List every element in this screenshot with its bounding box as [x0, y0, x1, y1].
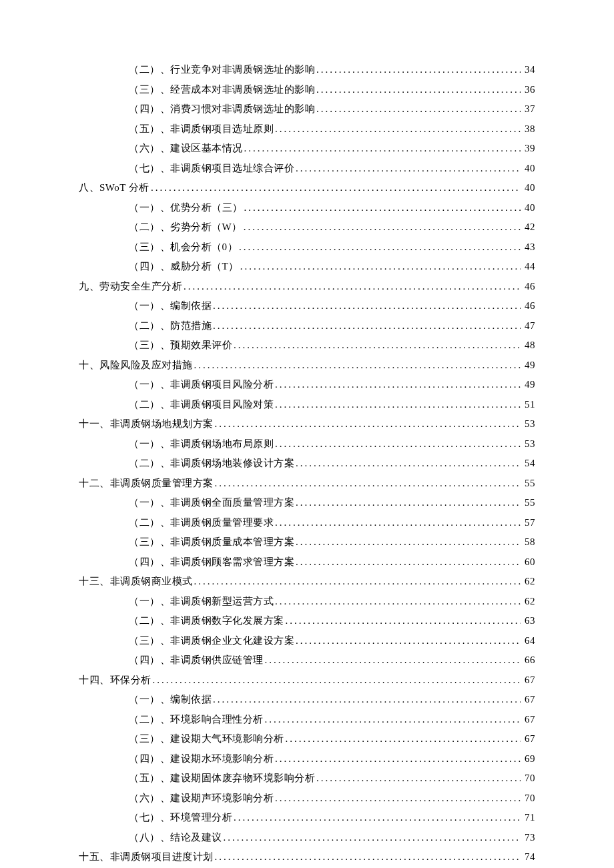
toc-entry[interactable]: 十三、非调质钢商业模式62 — [79, 575, 535, 587]
toc-entry-label: （一）、非调质钢项目风险分析 — [129, 378, 274, 390]
toc-leader-dots — [194, 575, 521, 587]
toc-entry[interactable]: 十五、非调质钢项目进度计划74 — [79, 851, 535, 863]
toc-entry-page: 49 — [522, 378, 535, 390]
toc-entry-label: 十四、环保分析 — [79, 674, 151, 686]
toc-entry-label: （一）、非调质钢全面质量管理方案 — [129, 496, 294, 508]
toc-entry-label: （一）、优势分析（三） — [129, 201, 243, 213]
toc-entry[interactable]: （七）、环境管理分析71 — [79, 811, 535, 823]
toc-entry-page: 40 — [522, 162, 535, 174]
toc-leader-dots — [296, 536, 521, 548]
toc-entry-label: 十二、非调质钢质量管理方案 — [79, 477, 214, 489]
toc-entry-page: 36 — [522, 83, 535, 95]
toc-entry-label: （三）、非调质钢企业文化建设方案 — [129, 634, 294, 646]
toc-entry[interactable]: 十一、非调质钢场地规划方案53 — [79, 418, 535, 430]
toc-entry[interactable]: （七）、非调质钢项目选址综合评价40 — [79, 162, 535, 174]
toc-entry-page: 40 — [522, 201, 535, 213]
toc-entry-label: （四）、威胁分析（T） — [129, 260, 239, 272]
toc-entry[interactable]: （一）、非调质钢新型运营方式62 — [79, 595, 535, 607]
toc-entry[interactable]: （四）、建设期水环境影响分析69 — [79, 753, 535, 765]
toc-entry[interactable]: （三）、预期效果评价48 — [79, 339, 535, 351]
toc-entry[interactable]: （二）、防范措施47 — [79, 320, 535, 332]
toc-entry-page: 46 — [522, 300, 535, 312]
toc-entry-page: 49 — [522, 359, 535, 371]
toc-entry-label: （二）、防范措施 — [129, 320, 212, 332]
toc-entry-label: 九、劳动安全生产分析 — [79, 280, 182, 292]
toc-entry[interactable]: 十四、环保分析67 — [79, 674, 535, 686]
toc-entry[interactable]: （三）、机会分析（0）43 — [79, 241, 535, 253]
toc-entry[interactable]: （二）、非调质钢场地装修设计方案54 — [79, 457, 535, 469]
toc-entry-label: 十三、非调质钢商业模式 — [79, 575, 193, 587]
toc-entry[interactable]: （一）、非调质钢场地布局原则53 — [79, 438, 535, 450]
toc-entry[interactable]: （二）、非调质钢数字化发展方案63 — [79, 614, 535, 626]
toc-entry-page: 48 — [522, 339, 535, 351]
toc-entry[interactable]: （一）、非调质钢项目风险分析49 — [79, 378, 535, 390]
toc-leader-dots — [275, 438, 521, 450]
toc-entry-page: 62 — [522, 595, 535, 607]
toc-entry-page: 67 — [522, 674, 535, 686]
toc-leader-dots — [275, 123, 521, 135]
toc-leader-dots — [286, 614, 521, 626]
toc-entry[interactable]: （五）、非调质钢项目选址原则38 — [79, 123, 535, 135]
toc-entry-page: 40 — [522, 181, 535, 193]
toc-leader-dots — [234, 811, 521, 823]
toc-entry[interactable]: （二）、行业竞争对非调质钢选址的影响34 — [79, 63, 535, 75]
toc-entry-page: 60 — [522, 556, 535, 568]
toc-entry-page: 53 — [522, 418, 535, 430]
toc-leader-dots — [240, 260, 521, 272]
toc-entry-page: 73 — [522, 831, 535, 843]
toc-entry-page: 71 — [522, 811, 535, 823]
toc-entry-label: 八、SWoT 分析 — [79, 181, 149, 193]
toc-entry[interactable]: 十、风险风险及应对措施49 — [79, 359, 535, 371]
toc-entry-label: （二）、非调质钢数字化发展方案 — [129, 614, 284, 626]
toc-entry-page: 67 — [522, 713, 535, 725]
toc-entry-page: 58 — [522, 536, 535, 548]
toc-entry-label: （一）、编制依据 — [129, 300, 212, 312]
toc-entry[interactable]: （四）、威胁分析（T）44 — [79, 260, 535, 272]
toc-entry[interactable]: （一）、优势分析（三）40 — [79, 201, 535, 213]
toc-entry-label: 十五、非调质钢项目进度计划 — [79, 851, 214, 863]
toc-entry[interactable]: （三）、非调质钢质量成本管理方案58 — [79, 536, 535, 548]
toc-entry-label: （八）、结论及建议 — [129, 831, 222, 843]
toc-leader-dots — [213, 300, 521, 312]
toc-entry[interactable]: （六）、建设期声环境影响分析70 — [79, 792, 535, 804]
toc-entry[interactable]: （三）、非调质钢企业文化建设方案64 — [79, 634, 535, 646]
toc-leader-dots — [244, 221, 521, 233]
toc-entry[interactable]: （一）、编制依据46 — [79, 300, 535, 312]
toc-leader-dots — [265, 654, 521, 666]
toc-entry[interactable]: （四）、非调质钢供应链管理66 — [79, 654, 535, 666]
toc-entry[interactable]: （一）、编制依据67 — [79, 693, 535, 705]
toc-entry[interactable]: （四）、消费习惯对非调质钢选址的影响37 — [79, 103, 535, 115]
toc-entry-page: 39 — [522, 142, 535, 154]
toc-entry[interactable]: （八）、结论及建议73 — [79, 831, 535, 843]
toc-entry-label: （二）、行业竞争对非调质钢选址的影响 — [129, 63, 315, 75]
toc-entry[interactable]: （一）、非调质钢全面质量管理方案55 — [79, 496, 535, 508]
toc-entry-label: （一）、非调质钢新型运营方式 — [129, 595, 274, 607]
toc-leader-dots — [244, 201, 521, 213]
toc-entry[interactable]: （三）、建设期大气环境影响分析67 — [79, 733, 535, 745]
toc-entry[interactable]: 九、劳动安全生产分析46 — [79, 280, 535, 292]
toc-entry-page: 43 — [522, 241, 535, 253]
toc-leader-dots — [151, 181, 521, 193]
toc-entry-label: （四）、消费习惯对非调质钢选址的影响 — [129, 103, 315, 115]
toc-entry[interactable]: （五）、建设期固体废弃物环境影响分析70 — [79, 772, 535, 784]
toc-entry-page: 46 — [522, 280, 535, 292]
toc-entry-page: 67 — [522, 693, 535, 705]
toc-entry[interactable]: （二）、劣势分析（W）42 — [79, 221, 535, 233]
toc-entry[interactable]: （三）、经营成本对非调质钢选址的影响36 — [79, 83, 535, 95]
toc-entry[interactable]: 八、SWoT 分析40 — [79, 181, 535, 193]
toc-leader-dots — [275, 753, 521, 765]
toc-entry[interactable]: （六）、建设区基本情况39 — [79, 142, 535, 154]
toc-entry[interactable]: （二）、非调质钢项目风险对策51 — [79, 398, 535, 410]
toc-entry-page: 37 — [522, 103, 535, 115]
toc-entry-label: （七）、环境管理分析 — [129, 811, 232, 823]
toc-leader-dots — [234, 339, 521, 351]
toc-entry[interactable]: （四）、非调质钢顾客需求管理方案60 — [79, 556, 535, 568]
toc-entry-label: 十、风险风险及应对措施 — [79, 359, 193, 371]
toc-entry-label: （一）、编制依据 — [129, 693, 212, 705]
toc-entry[interactable]: 十二、非调质钢质量管理方案55 — [79, 477, 535, 489]
toc-entry[interactable]: （二）、环境影响合理性分析67 — [79, 713, 535, 725]
toc-entry-page: 70 — [522, 772, 535, 784]
toc-entry[interactable]: （二）、非调质钢质量管理要求57 — [79, 516, 535, 528]
toc-entry-label: （六）、建设区基本情况 — [129, 142, 243, 154]
toc-leader-dots — [184, 280, 521, 292]
